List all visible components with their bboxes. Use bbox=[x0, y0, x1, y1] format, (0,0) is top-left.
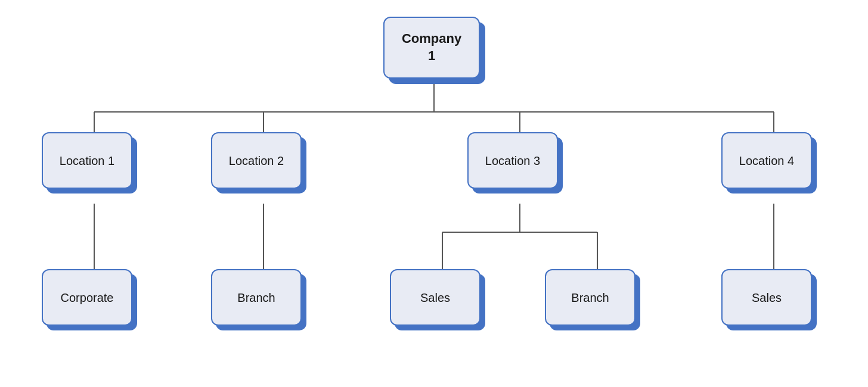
location4-label: Location 4 bbox=[739, 153, 794, 168]
node-location2: Location 2 bbox=[211, 132, 306, 192]
branch1-label: Branch bbox=[237, 290, 275, 305]
node-location3: Location 3 bbox=[467, 132, 563, 192]
org-chart: Company 1 Location 1 Location 2 Location… bbox=[0, 182, 868, 205]
node-location1: Location 1 bbox=[42, 132, 137, 192]
location1-label: Location 1 bbox=[60, 153, 114, 168]
location2-label: Location 2 bbox=[229, 153, 284, 168]
corporate-label: Corporate bbox=[61, 290, 114, 305]
node-sales2: Sales bbox=[721, 269, 817, 329]
node-corporate: Corporate bbox=[42, 269, 137, 329]
node-branch1: Branch bbox=[211, 269, 306, 329]
sales2-label: Sales bbox=[752, 290, 782, 305]
root-label: Company 1 bbox=[402, 30, 461, 64]
node-branch2: Branch bbox=[545, 269, 640, 329]
branch2-label: Branch bbox=[571, 290, 609, 305]
sales1-label: Sales bbox=[420, 290, 450, 305]
location3-label: Location 3 bbox=[485, 153, 540, 168]
node-location4: Location 4 bbox=[721, 132, 817, 192]
node-sales1: Sales bbox=[390, 269, 485, 329]
root-node: Company 1 bbox=[383, 17, 485, 82]
